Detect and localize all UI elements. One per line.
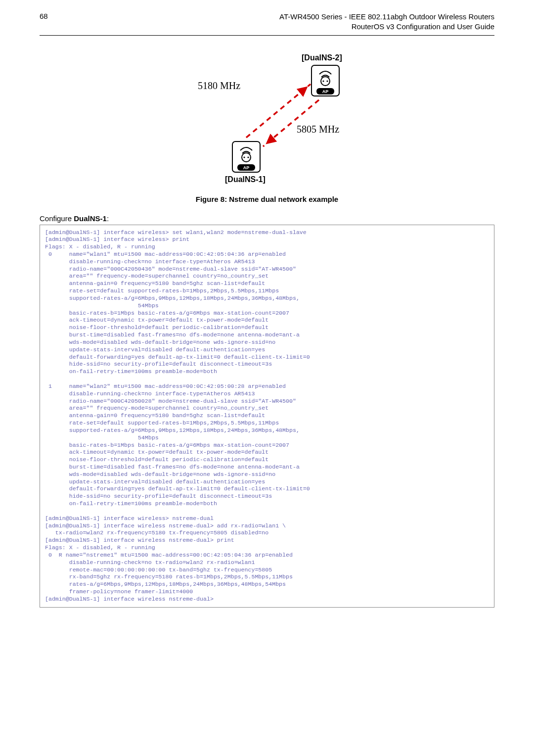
header-line-1: AT-WR4500 Series - IEEE 802.11abgh Outdo… [279,12,494,21]
svg-point-6 [242,153,251,162]
header-line-2: RouterOS v3 Configuration and User Guide [352,22,494,31]
svg-point-2 [322,80,324,82]
svg-point-8 [247,156,249,158]
svg-point-3 [326,80,328,82]
page-number: 68 [40,12,69,20]
freq-5180-label: 5180 MHz [198,80,240,91]
nstreme-diagram-svg: AP [DualNS-2] AP [DualNS-1] [148,49,386,188]
device-dualns-2: AP [312,65,339,96]
header-title: AT-WR4500 Series - IEEE 802.11abgh Outdo… [69,12,494,32]
figure-caption: Figure 8: Nstreme dual network example [40,195,494,203]
label-dualns-2: [DualNS-2] [302,53,342,62]
configure-prefix: Configure [40,214,74,223]
ap-badge-top: AP [322,89,329,94]
network-diagram: AP [DualNS-2] AP [DualNS-1] [40,49,494,203]
label-dualns-1: [DualNS-1] [225,175,266,184]
configure-heading: Configure DualNS-1: [40,214,494,223]
link-5805 [263,100,319,146]
device-dualns-1: AP [232,142,260,172]
configure-target: DualNS-1 [74,214,107,223]
ap-badge-bottom: AP [243,165,250,170]
svg-point-7 [243,156,245,158]
terminal-output: [admin@DualNS-1] interface wireless> set… [40,225,494,608]
page-header: 68 AT-WR4500 Series - IEEE 802.11abgh Ou… [40,12,494,36]
svg-point-1 [321,77,330,86]
configure-suffix: : [107,214,109,223]
freq-5805-label: 5805 MHz [297,124,339,135]
